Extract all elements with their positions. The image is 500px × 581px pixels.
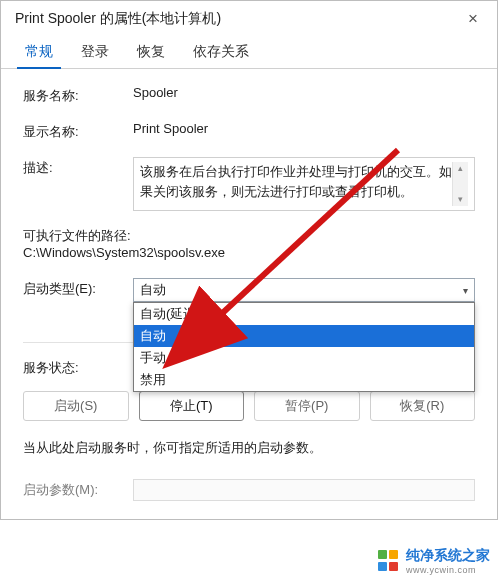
watermark-logo-icon xyxy=(378,550,400,572)
dropdown-option-disabled[interactable]: 禁用 xyxy=(134,369,474,391)
start-params-label: 启动参数(M): xyxy=(23,481,133,499)
pause-button[interactable]: 暂停(P) xyxy=(254,391,360,421)
dropdown-option-auto-delayed[interactable]: 自动(延迟启 xyxy=(134,303,474,325)
close-icon[interactable]: × xyxy=(455,9,491,29)
startup-type-label: 启动类型(E): xyxy=(23,278,133,298)
service-name-label: 服务名称: xyxy=(23,85,133,105)
chevron-up-icon[interactable]: ▴ xyxy=(458,162,463,176)
properties-dialog: Print Spooler 的属性(本地计算机) × 常规 登录 恢复 依存关系… xyxy=(0,0,498,520)
description-text: 该服务在后台执行打印作业并处理与打印机的交互。如果关闭该服务，则无法进行打印或查… xyxy=(140,162,452,201)
button-label: 启动(S) xyxy=(54,397,97,415)
watermark-brand: 纯净系统之家 xyxy=(406,547,490,565)
chevron-down-icon[interactable]: ▾ xyxy=(458,193,463,207)
window-title: Print Spooler 的属性(本地计算机) xyxy=(15,10,221,28)
titlebar: Print Spooler 的属性(本地计算机) × xyxy=(1,1,497,35)
startup-type-select[interactable]: 自动 ▾ xyxy=(133,278,475,302)
button-label: 暂停(P) xyxy=(285,397,328,415)
tab-label: 依存关系 xyxy=(193,43,249,59)
tab-dependencies[interactable]: 依存关系 xyxy=(179,35,263,68)
tab-label: 恢复 xyxy=(137,43,165,59)
description-label: 描述: xyxy=(23,157,133,177)
tab-recovery[interactable]: 恢复 xyxy=(123,35,179,68)
tab-label: 常规 xyxy=(25,43,53,59)
button-label: 停止(T) xyxy=(170,397,213,415)
display-name-label: 显示名称: xyxy=(23,121,133,141)
tab-content-general: 服务名称: Spooler 显示名称: Print Spooler 描述: 该服… xyxy=(1,69,497,519)
button-label: 恢复(R) xyxy=(400,397,444,415)
resume-button[interactable]: 恢复(R) xyxy=(370,391,476,421)
stop-button[interactable]: 停止(T) xyxy=(139,391,245,421)
start-button[interactable]: 启动(S) xyxy=(23,391,129,421)
description-box: 该服务在后台执行打印作业并处理与打印机的交互。如果关闭该服务，则无法进行打印或查… xyxy=(133,157,475,211)
tab-label: 登录 xyxy=(81,43,109,59)
startup-type-value: 自动 xyxy=(140,281,166,299)
startup-type-dropdown: 自动(延迟启 自动 手动 禁用 xyxy=(133,302,475,392)
dropdown-option-auto[interactable]: 自动 xyxy=(134,325,474,347)
chevron-down-icon: ▾ xyxy=(463,285,468,296)
service-status-label: 服务状态: xyxy=(23,357,133,377)
dropdown-option-manual[interactable]: 手动 xyxy=(134,347,474,369)
exe-path-label: 可执行文件的路径: xyxy=(23,227,475,245)
tab-logon[interactable]: 登录 xyxy=(67,35,123,68)
tab-strip: 常规 登录 恢复 依存关系 xyxy=(1,35,497,69)
start-note: 当从此处启动服务时，你可指定所适用的启动参数。 xyxy=(23,439,475,457)
display-name-value: Print Spooler xyxy=(133,121,475,136)
tab-general[interactable]: 常规 xyxy=(11,35,67,68)
exe-path-value: C:\Windows\System32\spoolsv.exe xyxy=(23,245,475,260)
service-name-value: Spooler xyxy=(133,85,475,100)
watermark-url: www.ycwin.com xyxy=(406,565,490,575)
start-params-input xyxy=(133,479,475,501)
scrollbar[interactable]: ▴ ▾ xyxy=(452,162,468,206)
watermark: 纯净系统之家 www.ycwin.com xyxy=(374,545,494,577)
